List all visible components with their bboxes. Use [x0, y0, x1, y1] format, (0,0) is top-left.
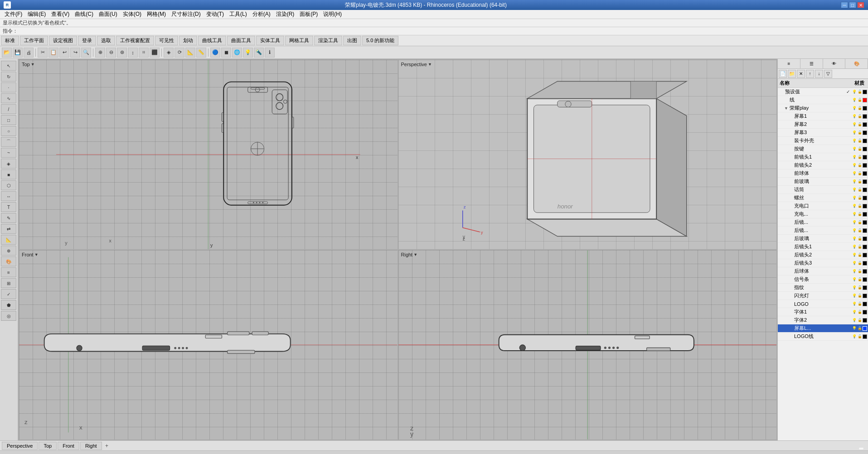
- tab-[interactable]: 工作视窗配置: [116, 36, 154, 45]
- add-tab-button[interactable]: +: [103, 442, 111, 450]
- layer-visible-icon[interactable]: 💡: [852, 187, 857, 193]
- layer-visible-icon[interactable]: 💡: [852, 318, 857, 323]
- layer-item[interactable]: 预设值✓💡🔓: [778, 88, 868, 96]
- render-tool[interactable]: 🎨: [1, 256, 16, 266]
- toolbar-btn-6[interactable]: ↪: [70, 48, 80, 58]
- rp-tab-display[interactable]: 👁: [823, 59, 846, 68]
- layer-lock-icon[interactable]: 🔓: [857, 114, 863, 119]
- menu-item-a[interactable]: 分析(A): [250, 10, 273, 19]
- bottom-tab-top[interactable]: Top: [39, 442, 57, 450]
- layer-item[interactable]: 后镜...💡🔓: [778, 218, 868, 227]
- layer-color-swatch[interactable]: [863, 302, 867, 306]
- text-tool[interactable]: T: [1, 202, 16, 212]
- toolbar-btn-5[interactable]: ↩: [59, 48, 69, 58]
- viewport-right[interactable]: Right ▼: [398, 250, 777, 440]
- layer-item[interactable]: 信号条💡🔓: [778, 275, 868, 284]
- layer-visible-icon[interactable]: 💡: [852, 293, 857, 299]
- rp-filter-btn[interactable]: ▽: [824, 70, 832, 78]
- layer-lock-icon[interactable]: 🔓: [857, 236, 863, 241]
- layer-lock-icon[interactable]: 🔓: [857, 155, 863, 160]
- layer-lock-icon[interactable]: 🔓: [857, 212, 863, 217]
- curve-tool[interactable]: ∿: [1, 93, 16, 103]
- viewport-top[interactable]: Top ▼ x y: [19, 60, 398, 249]
- layer-color-swatch[interactable]: [863, 277, 867, 282]
- layer-color-swatch[interactable]: [863, 334, 867, 339]
- layer-visible-icon[interactable]: 💡: [852, 269, 857, 274]
- layer-item[interactable]: 话筒💡🔓: [778, 186, 868, 194]
- viewport-front-arrow[interactable]: ▼: [34, 252, 39, 257]
- layer-visible-icon[interactable]: 💡: [852, 334, 857, 339]
- viewport-right-arrow[interactable]: ▼: [413, 252, 417, 257]
- layer-visible-icon[interactable]: 💡: [852, 122, 857, 127]
- menu-item-o[interactable]: 实体(O): [120, 10, 144, 19]
- check-tool[interactable]: ✓: [1, 289, 16, 299]
- h-scrollbar[interactable]: [0, 450, 868, 454]
- layer-item[interactable]: 按键💡🔓: [778, 145, 868, 153]
- tab-[interactable]: 标准: [1, 36, 19, 45]
- layer-item[interactable]: 前球体💡🔓: [778, 169, 868, 178]
- layer-visible-icon[interactable]: 💡: [852, 277, 857, 282]
- layer-visible-icon[interactable]: 💡: [852, 106, 857, 111]
- mesh-tool[interactable]: ⬡: [1, 180, 16, 190]
- rp-delete-btn[interactable]: ✕: [797, 70, 805, 78]
- layer-color-swatch[interactable]: [863, 171, 867, 176]
- layer-item[interactable]: 屏幕1💡🔓: [778, 112, 868, 121]
- viewport-top-arrow[interactable]: ▼: [31, 62, 35, 67]
- toolbar-btn-13[interactable]: ⬛: [150, 48, 160, 58]
- toolbar-btn-12[interactable]: ⌗: [139, 48, 149, 58]
- layer-visible-icon[interactable]: 💡: [852, 285, 857, 290]
- layer-lock-icon[interactable]: 🔓: [857, 301, 863, 307]
- tab-[interactable]: 可见性: [155, 36, 178, 45]
- layer-item[interactable]: 充电...💡🔓: [778, 210, 868, 218]
- layer-item[interactable]: 装卡外壳💡🔓: [778, 137, 868, 145]
- layer-item[interactable]: LOGO线💡🔓: [778, 333, 868, 341]
- menu-item-v[interactable]: 查看(V): [48, 10, 72, 19]
- layer-lock-icon[interactable]: 🔓: [857, 195, 863, 201]
- layer-visible-icon[interactable]: 💡: [852, 138, 857, 144]
- layer-item[interactable]: 线💡🔓: [778, 96, 868, 104]
- layer-visible-icon[interactable]: 💡: [852, 228, 857, 233]
- tab-[interactable]: 网格工具: [285, 36, 313, 45]
- layer-color-swatch[interactable]: [863, 269, 867, 274]
- layer-color-swatch[interactable]: [863, 212, 867, 217]
- layer-item[interactable]: 前镜头1💡🔓: [778, 153, 868, 161]
- layer-visible-icon[interactable]: 💡: [852, 114, 857, 119]
- toolbar-btn-20[interactable]: 🌐: [232, 48, 242, 58]
- layer-visible-icon[interactable]: 💡: [852, 155, 857, 160]
- rotate-view-tool[interactable]: ↻: [1, 72, 16, 82]
- layer-item[interactable]: 螺丝💡🔓: [778, 194, 868, 202]
- layer-lock-icon[interactable]: 🔓: [857, 97, 863, 103]
- tab-[interactable]: 曲线工具: [198, 36, 226, 45]
- menu-item-e[interactable]: 编辑(E): [25, 10, 48, 19]
- layer-visible-icon[interactable]: 💡: [852, 97, 857, 103]
- minimize-button[interactable]: ─: [841, 2, 848, 8]
- layer-lock-icon[interactable]: 🔓: [857, 203, 863, 209]
- layer-visible-icon[interactable]: 💡: [852, 301, 857, 307]
- layer-item[interactable]: 后球体💡🔓: [778, 267, 868, 275]
- layer-lock-icon[interactable]: 🔓: [857, 285, 863, 290]
- layer-item[interactable]: LOGO💡🔓: [778, 300, 868, 308]
- surface-tool[interactable]: ◈: [1, 159, 16, 169]
- layer-lock-icon[interactable]: 🔓: [857, 277, 863, 282]
- rp-up-btn[interactable]: ↑: [806, 70, 814, 78]
- layer-visible-icon[interactable]: 💡: [852, 171, 857, 176]
- tab-[interactable]: 设定视图: [49, 36, 77, 45]
- toolbar-btn-15[interactable]: ⟳: [175, 48, 184, 58]
- layer-lock-icon[interactable]: 🔓: [857, 309, 863, 315]
- layer-item[interactable]: 后镜头2💡🔓: [778, 251, 868, 259]
- select-tool[interactable]: ↖: [1, 61, 16, 71]
- menu-item-m[interactable]: 网格(M): [144, 10, 169, 19]
- toolbar-btn-9[interactable]: ⊖: [106, 48, 116, 58]
- layer-item[interactable]: 后镜头3💡🔓: [778, 259, 868, 267]
- layer-color-swatch[interactable]: [863, 139, 867, 143]
- layer-color-swatch[interactable]: [863, 294, 867, 298]
- tab-50[interactable]: 5.0 的新功能: [362, 36, 398, 45]
- tab-[interactable]: 渲染工具: [314, 36, 342, 45]
- menu-item-p[interactable]: 面板(P): [297, 10, 320, 19]
- toolbar-btn-22[interactable]: 🔦: [254, 48, 264, 58]
- layer-color-swatch[interactable]: [863, 237, 867, 241]
- menu-item-r[interactable]: 渲染(R): [273, 10, 297, 19]
- layer-color-swatch[interactable]: [863, 147, 867, 151]
- layer-visible-icon[interactable]: 💡: [852, 252, 857, 258]
- layer-lock-icon[interactable]: 🔓: [857, 334, 863, 339]
